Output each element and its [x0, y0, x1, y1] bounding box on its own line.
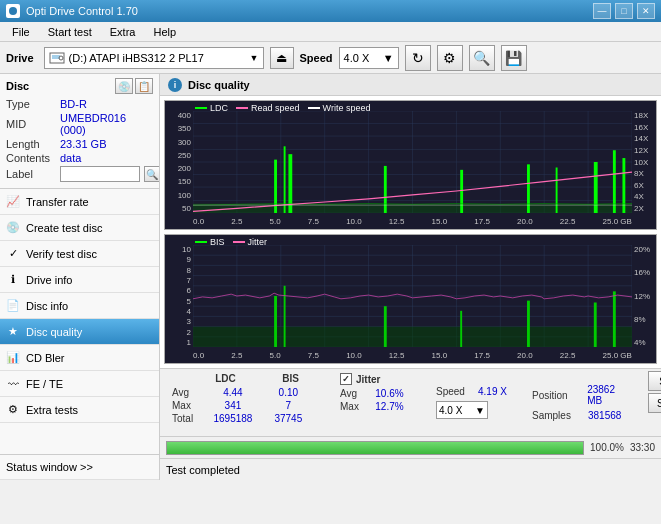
nav-fe-te-label: FE / TE: [26, 378, 63, 390]
y-label-300: 300: [178, 138, 191, 147]
speed-stat-select[interactable]: 4.0 X ▼: [436, 401, 488, 419]
content-header: i Disc quality: [160, 74, 661, 96]
bis-total: 37745: [261, 413, 316, 424]
jitter-max: 12.7%: [367, 401, 412, 412]
disc-panel: Disc 💿 📋 Type BD-R MID UMEBDR016 (000) L…: [0, 74, 159, 189]
status-window-button[interactable]: Status window >>: [0, 454, 159, 480]
bis-x-axis: 0.0 2.5 5.0 7.5 10.0 12.5 15.0 17.5 20.0…: [193, 347, 632, 363]
nav-fe-te[interactable]: 〰 FE / TE: [0, 371, 159, 397]
svg-rect-57: [193, 327, 632, 347]
nav-cd-bler[interactable]: 📊 CD Bler: [0, 345, 159, 371]
progress-bar-area: 100.0% 33:30: [160, 436, 661, 458]
speed-select[interactable]: 4.0 X ▼: [339, 47, 399, 69]
bis-chart-legend: BIS Jitter: [195, 237, 267, 247]
disc-icon-1[interactable]: 💿: [115, 78, 133, 94]
menu-start-test[interactable]: Start test: [40, 24, 100, 40]
drive-select-icon: [49, 50, 65, 66]
drive-select[interactable]: (D:) ATAPI iHBS312 2 PL17 ▼: [44, 47, 264, 69]
refresh-button[interactable]: ↻: [405, 45, 431, 71]
svg-rect-60: [384, 306, 387, 347]
nav-drive-info-label: Drive info: [26, 274, 72, 286]
ldc-header: LDC: [200, 373, 251, 384]
svg-rect-31: [556, 167, 558, 213]
nav-verify-test-disc[interactable]: ✓ Verify test disc: [0, 241, 159, 267]
action-buttons: Start full Start part: [648, 371, 661, 434]
bis-chart: BIS Jitter 10 9 8 7 6 5 4 3: [164, 234, 657, 364]
label-key: Label: [6, 168, 60, 180]
nav-transfer-rate[interactable]: 📈 Transfer rate: [0, 189, 159, 215]
ldc-legend-color: [195, 107, 207, 109]
y-right-2x: 2X: [634, 204, 644, 213]
avg-label: Avg: [172, 387, 205, 398]
bis-chart-plot: [193, 245, 632, 347]
y-right-12x: 12X: [634, 146, 648, 155]
type-value: BD-R: [60, 98, 87, 110]
jitter-checkbox[interactable]: ✓: [340, 373, 352, 385]
nav-disc-quality[interactable]: ★ Disc quality: [0, 319, 159, 345]
speed-value: 4.0 X: [344, 52, 370, 64]
minimize-button[interactable]: —: [593, 3, 611, 19]
main-layout: Disc 💿 📋 Type BD-R MID UMEBDR016 (000) L…: [0, 74, 661, 480]
content-status-bar: Test completed: [160, 458, 661, 480]
nav-disc-info[interactable]: 📄 Disc info: [0, 293, 159, 319]
mid-value: UMEBDR016 (000): [60, 112, 153, 136]
start-part-button[interactable]: Start part: [648, 393, 661, 413]
y-right-8x: 8X: [634, 169, 644, 178]
bis-legend-item: BIS: [195, 237, 225, 247]
settings-button[interactable]: ⚙: [437, 45, 463, 71]
jitter-header: Jitter: [356, 374, 380, 385]
position-label: Position: [532, 390, 581, 401]
write-speed-legend-item: Write speed: [308, 103, 371, 113]
total-label: Total: [172, 413, 205, 424]
close-button[interactable]: ✕: [637, 3, 655, 19]
y-label-100: 100: [178, 191, 191, 200]
contents-value: data: [60, 152, 81, 164]
read-speed-legend-color: [236, 107, 248, 109]
disc-icon-2[interactable]: 📋: [135, 78, 153, 94]
menu-help[interactable]: Help: [145, 24, 184, 40]
eject-button[interactable]: ⏏: [270, 47, 294, 69]
nav-extra-tests[interactable]: ⚙ Extra tests: [0, 397, 159, 423]
nav-create-test-disc[interactable]: 💿 Create test disc: [0, 215, 159, 241]
start-full-button[interactable]: Start full: [648, 371, 661, 391]
nav-drive-info[interactable]: ℹ Drive info: [0, 267, 159, 293]
maximize-button[interactable]: □: [615, 3, 633, 19]
menu-extra[interactable]: Extra: [102, 24, 144, 40]
label-input[interactable]: [60, 166, 140, 182]
speed-select-arrow: ▼: [475, 405, 485, 416]
disc-info-icon: 📄: [6, 299, 20, 313]
disc-panel-title: Disc: [6, 80, 29, 92]
bis-legend-label: BIS: [210, 237, 225, 247]
bis-avg: 0.10: [261, 387, 316, 398]
samples-label: Samples: [532, 410, 582, 421]
y-right-18x: 18X: [634, 111, 648, 120]
type-key: Type: [6, 98, 60, 110]
transfer-rate-icon: 📈: [6, 195, 20, 209]
menu-file[interactable]: File: [4, 24, 38, 40]
title-bar: Opti Drive Control 1.70 — □ ✕: [0, 0, 661, 22]
label-button[interactable]: 🔍: [144, 166, 160, 182]
progress-fill: [167, 442, 583, 454]
progress-time: 33:30: [630, 442, 655, 453]
svg-rect-62: [527, 301, 530, 347]
disc-quality-icon: ★: [6, 325, 20, 339]
extra-tests-icon: ⚙: [6, 403, 20, 417]
length-value: 23.31 GB: [60, 138, 106, 150]
y-right-6x: 6X: [634, 181, 644, 190]
nav-create-test-disc-label: Create test disc: [26, 222, 102, 234]
drive-dropdown-arrow: ▼: [250, 53, 259, 63]
jitter-legend-color: [233, 241, 245, 243]
max-label: Max: [172, 400, 205, 411]
speed-label: Speed: [300, 52, 333, 64]
save-button[interactable]: 💾: [501, 45, 527, 71]
y-label-400: 400: [178, 111, 191, 120]
bis-y-axis-left: 10 9 8 7 6 5 4 3 2 1: [165, 245, 193, 347]
stats-bar: LDC BIS Avg 4.44 0.10 Max 341 7 Total: [160, 368, 661, 436]
scan-button[interactable]: 🔍: [469, 45, 495, 71]
y-right-4x: 4X: [634, 192, 644, 201]
ldc-avg: 4.44: [205, 387, 260, 398]
y-label-200: 200: [178, 164, 191, 173]
nav-transfer-rate-label: Transfer rate: [26, 196, 89, 208]
drive-bar: Drive (D:) ATAPI iHBS312 2 PL17 ▼ ⏏ Spee…: [0, 42, 661, 74]
y-right-10x: 10X: [634, 158, 648, 167]
